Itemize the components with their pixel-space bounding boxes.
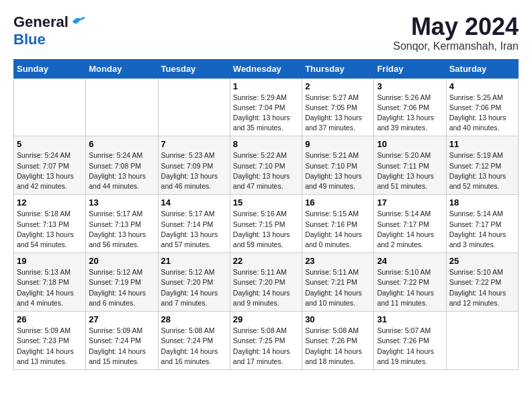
calendar-cell: 5Sunrise: 5:24 AM Sunset: 7:07 PM Daylig… <box>14 136 86 195</box>
day-info: Sunrise: 5:17 AM Sunset: 7:13 PM Dayligh… <box>89 209 154 250</box>
day-info: Sunrise: 5:12 AM Sunset: 7:19 PM Dayligh… <box>89 267 154 308</box>
calendar-cell: 17Sunrise: 5:14 AM Sunset: 7:17 PM Dayli… <box>374 195 446 253</box>
day-info: Sunrise: 5:14 AM Sunset: 7:17 PM Dayligh… <box>377 209 443 250</box>
day-info: Sunrise: 5:12 AM Sunset: 7:20 PM Dayligh… <box>161 267 227 308</box>
calendar-table: SundayMondayTuesdayWednesdayThursdayFrid… <box>13 59 519 370</box>
day-number: 6 <box>89 139 154 149</box>
weekday-header-saturday: Saturday <box>446 59 518 78</box>
calendar-cell: 11Sunrise: 5:19 AM Sunset: 7:12 PM Dayli… <box>446 136 518 195</box>
day-info: Sunrise: 5:19 AM Sunset: 7:12 PM Dayligh… <box>449 150 515 191</box>
day-number: 13 <box>89 197 154 208</box>
calendar-cell: 26Sunrise: 5:09 AM Sunset: 7:23 PM Dayli… <box>14 312 86 370</box>
logo-bird-icon <box>71 15 86 27</box>
calendar-cell: 14Sunrise: 5:17 AM Sunset: 7:14 PM Dayli… <box>158 195 230 253</box>
day-info: Sunrise: 5:09 AM Sunset: 7:23 PM Dayligh… <box>17 326 83 367</box>
day-number: 22 <box>233 256 299 266</box>
day-number: 23 <box>305 256 371 266</box>
calendar-cell: 21Sunrise: 5:12 AM Sunset: 7:20 PM Dayli… <box>158 253 230 312</box>
day-number: 19 <box>17 256 83 266</box>
calendar-cell: 22Sunrise: 5:11 AM Sunset: 7:20 PM Dayli… <box>230 253 302 312</box>
calendar-cell: 10Sunrise: 5:20 AM Sunset: 7:11 PM Dayli… <box>374 136 446 195</box>
week-row-5: 26Sunrise: 5:09 AM Sunset: 7:23 PM Dayli… <box>14 312 519 370</box>
day-number: 12 <box>17 197 83 208</box>
calendar-cell: 13Sunrise: 5:17 AM Sunset: 7:13 PM Dayli… <box>86 195 158 253</box>
day-info: Sunrise: 5:29 AM Sunset: 7:04 PM Dayligh… <box>233 93 299 134</box>
day-info: Sunrise: 5:26 AM Sunset: 7:06 PM Dayligh… <box>377 93 443 134</box>
weekday-header-thursday: Thursday <box>302 59 374 78</box>
calendar-cell: 6Sunrise: 5:24 AM Sunset: 7:08 PM Daylig… <box>86 136 158 195</box>
logo: General Blue <box>13 13 86 48</box>
calendar-cell: 8Sunrise: 5:22 AM Sunset: 7:10 PM Daylig… <box>230 136 302 195</box>
day-info: Sunrise: 5:16 AM Sunset: 7:15 PM Dayligh… <box>233 209 299 250</box>
logo-general: General <box>13 13 69 31</box>
calendar-cell: 24Sunrise: 5:10 AM Sunset: 7:22 PM Dayli… <box>374 253 446 312</box>
weekday-header-row: SundayMondayTuesdayWednesdayThursdayFrid… <box>14 59 519 78</box>
calendar-cell: 18Sunrise: 5:14 AM Sunset: 7:17 PM Dayli… <box>446 195 518 253</box>
day-info: Sunrise: 5:23 AM Sunset: 7:09 PM Dayligh… <box>161 150 227 191</box>
day-number: 7 <box>161 139 227 149</box>
day-number: 16 <box>305 197 371 208</box>
day-info: Sunrise: 5:10 AM Sunset: 7:22 PM Dayligh… <box>377 267 443 308</box>
day-number: 15 <box>233 197 299 208</box>
day-number: 14 <box>161 197 227 208</box>
header: General Blue May 2024 Sonqor, Kermanshah… <box>13 13 519 52</box>
calendar-cell <box>86 78 158 136</box>
day-info: Sunrise: 5:24 AM Sunset: 7:07 PM Dayligh… <box>17 150 83 191</box>
calendar-cell: 1Sunrise: 5:29 AM Sunset: 7:04 PM Daylig… <box>230 78 302 136</box>
day-info: Sunrise: 5:08 AM Sunset: 7:24 PM Dayligh… <box>161 326 227 367</box>
logo-blue: Blue <box>13 31 46 48</box>
day-number: 9 <box>305 139 371 149</box>
weekday-header-monday: Monday <box>86 59 158 78</box>
calendar-cell: 20Sunrise: 5:12 AM Sunset: 7:19 PM Dayli… <box>86 253 158 312</box>
calendar-cell: 29Sunrise: 5:08 AM Sunset: 7:25 PM Dayli… <box>230 312 302 370</box>
weekday-header-friday: Friday <box>374 59 446 78</box>
day-number: 26 <box>17 314 83 324</box>
day-number: 8 <box>233 139 299 149</box>
day-info: Sunrise: 5:20 AM Sunset: 7:11 PM Dayligh… <box>377 150 443 191</box>
calendar-cell: 7Sunrise: 5:23 AM Sunset: 7:09 PM Daylig… <box>158 136 230 195</box>
day-info: Sunrise: 5:10 AM Sunset: 7:22 PM Dayligh… <box>449 267 515 308</box>
week-row-3: 12Sunrise: 5:18 AM Sunset: 7:13 PM Dayli… <box>14 195 519 253</box>
week-row-4: 19Sunrise: 5:13 AM Sunset: 7:18 PM Dayli… <box>14 253 519 312</box>
day-info: Sunrise: 5:11 AM Sunset: 7:21 PM Dayligh… <box>305 267 371 308</box>
calendar-subtitle: Sonqor, Kermanshah, Iran <box>393 40 519 52</box>
day-number: 4 <box>449 81 515 91</box>
calendar-cell: 3Sunrise: 5:26 AM Sunset: 7:06 PM Daylig… <box>374 78 446 136</box>
calendar-cell: 27Sunrise: 5:09 AM Sunset: 7:24 PM Dayli… <box>86 312 158 370</box>
calendar-cell: 16Sunrise: 5:15 AM Sunset: 7:16 PM Dayli… <box>302 195 374 253</box>
calendar-cell <box>158 78 230 136</box>
weekday-header-tuesday: Tuesday <box>158 59 230 78</box>
day-info: Sunrise: 5:25 AM Sunset: 7:06 PM Dayligh… <box>449 93 515 134</box>
day-info: Sunrise: 5:11 AM Sunset: 7:20 PM Dayligh… <box>233 267 299 308</box>
day-info: Sunrise: 5:21 AM Sunset: 7:10 PM Dayligh… <box>305 150 371 191</box>
calendar-cell: 2Sunrise: 5:27 AM Sunset: 7:05 PM Daylig… <box>302 78 374 136</box>
calendar-cell: 31Sunrise: 5:07 AM Sunset: 7:26 PM Dayli… <box>374 312 446 370</box>
day-number: 18 <box>449 197 515 208</box>
day-number: 24 <box>377 256 443 266</box>
day-number: 11 <box>449 139 515 149</box>
day-number: 28 <box>161 314 227 324</box>
day-info: Sunrise: 5:22 AM Sunset: 7:10 PM Dayligh… <box>233 150 299 191</box>
calendar-cell <box>446 312 518 370</box>
day-info: Sunrise: 5:13 AM Sunset: 7:18 PM Dayligh… <box>17 267 83 308</box>
day-info: Sunrise: 5:17 AM Sunset: 7:14 PM Dayligh… <box>161 209 227 250</box>
day-info: Sunrise: 5:07 AM Sunset: 7:26 PM Dayligh… <box>377 326 443 367</box>
day-info: Sunrise: 5:08 AM Sunset: 7:25 PM Dayligh… <box>233 326 299 367</box>
day-number: 1 <box>233 81 299 91</box>
calendar-title: May 2024 <box>393 13 519 40</box>
weekday-header-wednesday: Wednesday <box>230 59 302 78</box>
day-number: 27 <box>89 314 154 324</box>
calendar-cell: 28Sunrise: 5:08 AM Sunset: 7:24 PM Dayli… <box>158 312 230 370</box>
weekday-header-sunday: Sunday <box>14 59 86 78</box>
day-number: 2 <box>305 81 371 91</box>
calendar-cell: 30Sunrise: 5:08 AM Sunset: 7:26 PM Dayli… <box>302 312 374 370</box>
day-number: 20 <box>89 256 154 266</box>
day-number: 17 <box>377 197 443 208</box>
day-number: 21 <box>161 256 227 266</box>
calendar-cell: 12Sunrise: 5:18 AM Sunset: 7:13 PM Dayli… <box>14 195 86 253</box>
day-info: Sunrise: 5:27 AM Sunset: 7:05 PM Dayligh… <box>305 93 371 134</box>
day-info: Sunrise: 5:18 AM Sunset: 7:13 PM Dayligh… <box>17 209 83 250</box>
week-row-2: 5Sunrise: 5:24 AM Sunset: 7:07 PM Daylig… <box>14 136 519 195</box>
day-info: Sunrise: 5:08 AM Sunset: 7:26 PM Dayligh… <box>305 326 371 367</box>
day-number: 29 <box>233 314 299 324</box>
